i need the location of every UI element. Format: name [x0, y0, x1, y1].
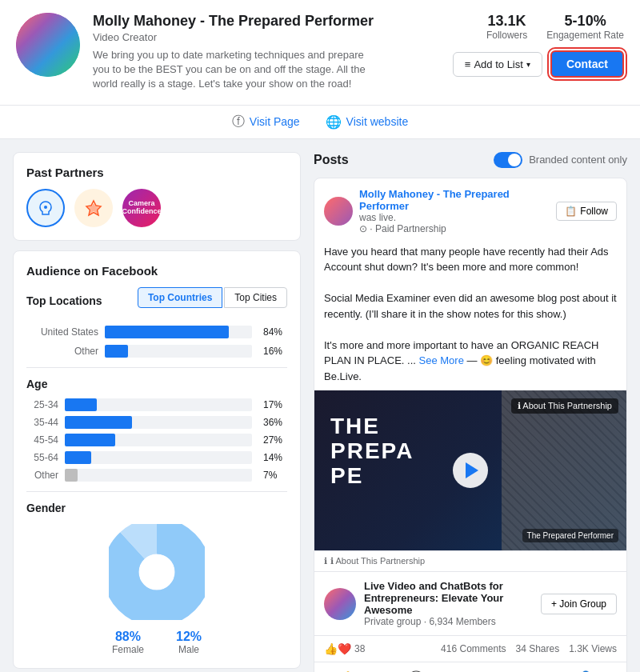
audience-card: Audience on Facebook Top Locations Top C… [13, 250, 301, 669]
female-stat: 88% Female [112, 630, 144, 655]
about-partnership-badge-1[interactable]: ℹ About This Partnership [511, 398, 618, 414]
add-to-list-button[interactable]: ≡ Add to List ▾ [453, 52, 542, 77]
post-image-text: THEPREPAPE [314, 414, 414, 488]
followers-value: 13.1K [486, 13, 527, 30]
comments-count: 416 Comments [441, 643, 506, 654]
bar-label-us: United States [26, 326, 98, 338]
partner-logo-1 [26, 189, 65, 227]
like-action-button[interactable]: 👍 Like [334, 667, 383, 672]
group-name: Live Video and ChatBots for Entrepreneur… [364, 580, 533, 616]
age-bar-25-34 [65, 398, 252, 411]
more-action-button[interactable]: 👤 ▾ [573, 667, 607, 672]
like-icon: 👍❤️ [324, 642, 351, 655]
globe-icon: 🌐 [326, 114, 342, 130]
age-bar-55-64 [65, 451, 252, 464]
partners-logos: CameraConfidence [26, 189, 287, 227]
countries-bar-chart: United States 84% Other 16% [26, 326, 287, 358]
male-label: Male [176, 644, 202, 655]
bar-fill-other [105, 345, 128, 358]
see-more-link-1[interactable]: See More [419, 354, 464, 366]
tab-cities[interactable]: Top Cities [224, 287, 287, 308]
chevron-down-icon: ▾ [526, 60, 530, 69]
toggle-row: Branded content only [494, 152, 627, 168]
info-icon: ℹ [324, 556, 327, 566]
followers-label: Followers [486, 30, 527, 41]
bar-row-us: United States 84% [26, 326, 287, 338]
follow-icon: 📋 [565, 206, 577, 217]
gender-labels: 88% Female 12% Male [26, 630, 287, 655]
post-engagement-1: 👍❤️ 38 416 Comments 34 Shares 1.3K Views [314, 635, 626, 662]
follow-button-1[interactable]: 📋 Follow [556, 202, 617, 221]
age-section: Age 25-34 17% 35-44 36% [26, 378, 287, 482]
join-group-button[interactable]: + Join Group [541, 594, 617, 614]
bar-container-us [105, 326, 252, 338]
age-bar-chart: 25-34 17% 35-44 36% 45-54 [26, 398, 287, 482]
svg-point-0 [44, 206, 47, 209]
profile-description: We bring you up to date marketing techni… [93, 48, 381, 92]
post-card-1: Molly Mahoney - The Prepared Performer w… [314, 178, 627, 672]
engagement-right-1: 416 Comments 34 Shares 1.3K Views [441, 643, 617, 654]
location-tab-group: Top Countries Top Cities [138, 287, 287, 308]
post-author-row-1: Molly Mahoney - The Prepared Performer w… [324, 188, 617, 234]
engagement-label: Engagement Rate [546, 30, 624, 41]
gender-title: Gender [26, 502, 287, 514]
share-action-button[interactable]: ↗ Share [498, 667, 552, 672]
post-text-1: Have you heard that many people have rec… [314, 244, 626, 391]
bar-container-other [105, 345, 252, 358]
nav-bar: ⓕ Visit Page 🌐 Visit website [0, 106, 640, 139]
play-button[interactable] [453, 453, 488, 488]
group-info: Live Video and ChatBots for Entrepreneur… [364, 580, 533, 627]
post-avatar-1 [324, 197, 353, 226]
age-bar-45-54 [65, 434, 252, 446]
play-icon [466, 462, 478, 478]
partner-logo-3: CameraConfidence [122, 189, 161, 227]
left-panel: Past Partners CameraConfidenc [13, 152, 301, 672]
contact-button[interactable]: Contact [550, 50, 624, 78]
age-value-55-64: 14% [263, 452, 287, 463]
age-label-other: Other [26, 470, 58, 481]
past-partners-title: Past Partners [26, 166, 287, 179]
male-pct: 12% [176, 630, 202, 644]
views-count: 1.3K Views [569, 643, 617, 654]
tab-countries[interactable]: Top Countries [138, 287, 222, 308]
age-label-25-34: 25-34 [26, 399, 58, 410]
about-group-badge: ℹ ℹ About This Partnership [314, 550, 626, 571]
right-panel: Posts Branded content only Molly Mahoney… [314, 152, 627, 672]
post-author-info-1: Molly Mahoney - The Prepared Performer w… [324, 188, 556, 234]
age-value-other: 7% [263, 470, 287, 481]
age-title: Age [26, 378, 287, 390]
visit-page-link[interactable]: ⓕ Visit Page [232, 114, 300, 130]
group-avatar [324, 588, 356, 620]
age-label-45-54: 45-54 [26, 434, 58, 446]
age-row-55-64: 55-64 14% [26, 451, 287, 464]
age-row-other: Other 7% [26, 469, 287, 482]
profile-name: Molly Mahoney - The Prepared Performer [93, 13, 440, 30]
facebook-icon: ⓕ [232, 114, 245, 130]
engagement-stat: 5-10% Engagement Rate [546, 13, 624, 41]
post-header-1: Molly Mahoney - The Prepared Performer w… [314, 178, 626, 244]
comment-action-button[interactable]: 💬 Comment [403, 667, 478, 672]
group-info-row: Live Video and ChatBots for Entrepreneur… [314, 571, 626, 635]
engagement-value: 5-10% [546, 13, 624, 30]
partner-logo-2 [74, 189, 113, 227]
branded-content-toggle[interactable] [494, 152, 522, 168]
profile-header: Molly Mahoney - The Prepared Performer V… [0, 0, 640, 106]
action-row: ≡ Add to List ▾ Contact [453, 50, 624, 78]
age-label-55-64: 55-64 [26, 452, 58, 463]
visit-website-link[interactable]: 🌐 Visit website [326, 114, 409, 130]
profile-role: Video Creator [93, 31, 440, 43]
audience-title: Audience on Facebook [26, 264, 287, 278]
age-row-25-34: 25-34 17% [26, 398, 287, 411]
post-author-name-1: Molly Mahoney - The Prepared Performer [359, 188, 556, 212]
past-partners-card: Past Partners CameraConfidenc [13, 152, 301, 241]
top-locations-section: Top Locations Top Countries Top Cities U… [26, 287, 287, 358]
avatar [16, 13, 80, 77]
age-bar-other [65, 469, 252, 482]
group-meta: Private group · 6,934 Members [364, 616, 533, 627]
toggle-label: Branded content only [529, 154, 627, 166]
partner-icon-1 [34, 197, 57, 219]
age-bar-35-44 [65, 416, 252, 429]
posts-title: Posts [314, 153, 349, 167]
age-label-35-44: 35-44 [26, 417, 58, 428]
age-value-45-54: 27% [263, 434, 287, 446]
